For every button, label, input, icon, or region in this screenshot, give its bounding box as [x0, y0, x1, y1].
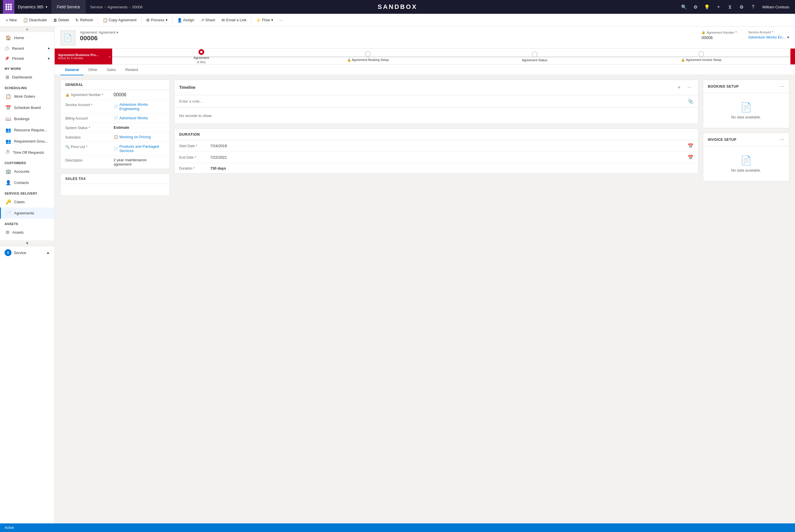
sidebar-item-schedule-board[interactable]: 📅 Schedule Board	[0, 102, 54, 113]
delete-button[interactable]: 🗑 Delete	[50, 16, 72, 24]
bookings-icon: 📖	[5, 116, 11, 121]
tab-sales[interactable]: Sales	[102, 65, 121, 75]
assign-button[interactable]: 👤 Assign	[174, 16, 197, 24]
sidebar-item-home[interactable]: 🏠 Home	[0, 32, 54, 43]
sidebar-home-label: Home	[14, 36, 24, 40]
field-service-account-value[interactable]: 📄 Adventure Works Engineering	[114, 102, 165, 111]
service-account-link[interactable]: Adventure Works En...	[748, 35, 785, 39]
process-subtitle: Active for 4 minutes	[58, 57, 110, 60]
sidebar-agreements-label: Agreements	[14, 211, 34, 215]
sidebar-pinned-label: Pinned	[12, 56, 23, 61]
process-button[interactable]: ⚙ Process ▾	[143, 16, 170, 24]
field-price-list-value[interactable]: 📄 Products and Packaged Services	[114, 144, 165, 153]
pinned-chevron-icon: ▾	[48, 56, 50, 61]
process-left-panel[interactable]: Agreement Business Pro... Active for 4 m…	[55, 49, 112, 65]
field-description-value[interactable]: 2 year maintenance agreement	[114, 158, 165, 166]
step1-circle	[199, 49, 204, 55]
field-description-label: Description	[65, 158, 111, 163]
duration-start-value[interactable]: 7/24/2019	[210, 144, 685, 148]
field-service-tab[interactable]: Field Service	[52, 0, 86, 14]
step1-label: Agreement	[193, 56, 209, 59]
invoice-setup-more-icon[interactable]: ···	[780, 136, 784, 142]
sidebar-scroll-down[interactable]: ▼	[0, 240, 54, 246]
process-label: Process	[151, 18, 165, 22]
sidebar-scroll-up[interactable]: ≡	[0, 26, 54, 32]
share-button[interactable]: ↗ Share	[198, 16, 218, 24]
calendar-start-icon[interactable]: 📅	[688, 143, 694, 149]
gear-icon[interactable]: ⚙	[736, 2, 747, 12]
booking-setup-section: BOOKING SETUP ··· 📄 No data available.	[703, 80, 789, 128]
plus-icon[interactable]: +	[713, 2, 724, 12]
new-button[interactable]: + New	[3, 16, 20, 24]
lightbulb-icon[interactable]: 💡	[702, 2, 712, 12]
breadcrumb: Service › Agreements › 00006	[86, 0, 147, 14]
tab-related[interactable]: Related	[121, 65, 143, 75]
process-step-invoice-setup[interactable]: 🔒 Agreement Invoice Setup	[618, 51, 785, 62]
sidebar-item-dashboards[interactable]: ⊞ Dashboards	[0, 72, 54, 83]
timeline-more-button[interactable]: ···	[685, 83, 694, 91]
service-account-dropdown-icon[interactable]: ▾	[787, 35, 789, 39]
field-system-status-value[interactable]: Estimate	[114, 125, 165, 130]
sidebar-item-requirement-groups[interactable]: 👥 Requirement Grou...	[0, 136, 54, 147]
help-icon[interactable]: ?	[748, 2, 758, 12]
assign-icon: 👤	[177, 18, 182, 22]
status-bar: Active	[0, 524, 795, 532]
deactivate-button[interactable]: 📋 Deactivate	[20, 16, 50, 24]
sidebar-schedule-label: Schedule Board	[14, 106, 41, 110]
sidebar-item-time-off[interactable]: ⏱ Time Off Requests	[0, 147, 54, 158]
field-substatus-value[interactable]: 📋 Working on Pricing	[114, 135, 165, 139]
flow-button[interactable]: ⚡ Flow ▾	[253, 16, 276, 24]
booking-setup-more-icon[interactable]: ···	[780, 83, 784, 89]
field-description: Description 2 year maintenance agreement	[61, 155, 169, 169]
copy-agreement-button[interactable]: 📋 Copy Agreement	[100, 16, 140, 24]
sidebar-item-work-orders[interactable]: 📋 Work Orders	[0, 91, 54, 102]
sidebar-item-accounts[interactable]: 🏢 Accounts	[0, 166, 54, 177]
breadcrumb-service[interactable]: Service	[90, 5, 103, 9]
sidebar-service-footer[interactable]: S Service ▲	[0, 246, 54, 259]
substatus-icon: 📋	[114, 135, 118, 139]
sidebar-item-pinned[interactable]: 📌 Pinned ▾	[0, 54, 54, 63]
field-billing-account-value[interactable]: 📄 Adventure Works	[114, 116, 165, 120]
step2-lock-icon: 🔒	[347, 58, 351, 61]
attachment-icon[interactable]: 📎	[688, 99, 694, 104]
sidebar-item-cases[interactable]: 🔑 Cases	[0, 196, 54, 208]
field-agreement-number-value[interactable]: 00006	[114, 92, 165, 97]
email-link-button[interactable]: ✉ Email a Link	[219, 16, 249, 24]
settings-cog-icon[interactable]: ⚙	[690, 2, 701, 12]
more-button[interactable]: ···	[277, 16, 285, 24]
step2-label: 🔒 Agreement Booking Setup	[347, 58, 389, 62]
process-step-status[interactable]: Agreement Status	[451, 52, 618, 62]
breadcrumb-agreements[interactable]: Agreements	[107, 5, 127, 9]
search-icon[interactable]: 🔍	[679, 2, 689, 12]
sidebar-item-agreements[interactable]: 📄 Agreements	[0, 208, 54, 219]
funnel-icon[interactable]: ⊻	[725, 2, 735, 12]
step4-circle	[698, 51, 704, 57]
user-area[interactable]: William Contoso	[759, 5, 792, 9]
tab-other[interactable]: Other	[84, 65, 102, 75]
flow-label: Flow	[262, 18, 270, 22]
tab-general[interactable]: General	[60, 65, 84, 75]
timeline-add-button[interactable]: +	[675, 83, 683, 91]
dynamics-logo[interactable]: Dynamics 365 ▼	[14, 0, 52, 14]
assign-label: Assign	[183, 18, 195, 22]
sidebar-item-contacts[interactable]: 👤 Contacts	[0, 177, 54, 188]
duration-end-value[interactable]: 7/22/2021	[210, 155, 685, 159]
email-icon: ✉	[221, 18, 225, 22]
email-label: Email a Link	[226, 18, 246, 22]
sidebar-item-recent[interactable]: 🕐 Recent ▾	[0, 43, 54, 54]
record-header-top: 📄 Agreement: Agreement ▾ 00006 🔒 Agreeme…	[60, 31, 789, 45]
process-step-booking-setup[interactable]: 🔒 Agreement Booking Setup	[285, 51, 451, 62]
field-price-list: 🔍 Price List * 📄 Products and Packaged S…	[61, 142, 169, 155]
form-tabs: General Other Sales Related	[55, 65, 795, 75]
sidebar-item-bookings[interactable]: 📖 Bookings	[0, 113, 54, 125]
step1-inner	[200, 51, 203, 53]
process-step-agreement[interactable]: Agreement (4 Min)	[118, 49, 285, 64]
record-dropdown-icon[interactable]: ▾	[116, 31, 118, 35]
sidebar-item-assets[interactable]: ⚙ Assets	[0, 227, 54, 238]
timeline-note-input[interactable]	[179, 99, 685, 103]
sidebar-accounts-label: Accounts	[14, 169, 29, 174]
calendar-end-icon[interactable]: 📅	[688, 155, 694, 160]
refresh-button[interactable]: ↻ Refresh	[73, 16, 96, 24]
sidebar-item-resource-requirements[interactable]: 👥 Resource Require...	[0, 125, 54, 136]
waffle-menu[interactable]	[3, 0, 14, 14]
